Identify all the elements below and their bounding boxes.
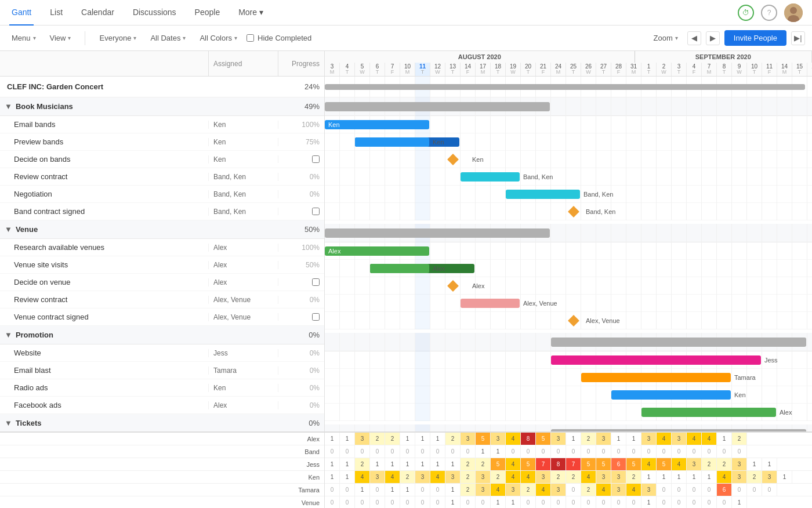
- task-checkbox-wrap: [278, 313, 324, 321]
- gantt-col-32: [807, 386, 812, 404]
- gantt-col-17: [581, 116, 596, 133]
- gantt-col-1: [340, 133, 355, 151]
- section-label: ▼ Book Musicians: [0, 102, 208, 111]
- gantt-col-30: [777, 168, 792, 186]
- help-icon[interactable]: ?: [761, 5, 777, 21]
- gantt-col-31: [792, 351, 807, 369]
- nav-tab-gantt[interactable]: Gantt: [9, 0, 34, 26]
- bar-label: Alex: [780, 409, 792, 416]
- gantt-col-11: [491, 404, 506, 421]
- wl-cell-5-7: 0: [430, 496, 445, 508]
- wl-cell-0-7: 1: [430, 433, 445, 445]
- gantt-col-9: [461, 351, 476, 369]
- wl-cell-0-19: 1: [611, 433, 626, 445]
- task-row-0-2: Decide on bands Ken: [0, 151, 324, 168]
- wl-cell-4-20: 4: [626, 484, 641, 496]
- nav-tab-list[interactable]: List: [48, 0, 65, 26]
- gantt-col-0: [325, 151, 340, 168]
- nav-tab-calendar[interactable]: Calendar: [79, 0, 117, 26]
- gantt-col-7: [430, 242, 445, 260]
- day-cell-24: 4F: [687, 63, 702, 76]
- gantt-col-12: [506, 424, 521, 431]
- zoom-button[interactable]: Zoom ▾: [649, 31, 683, 45]
- avatar[interactable]: [784, 3, 803, 22]
- invite-button[interactable]: Invite People: [724, 30, 786, 46]
- gantt-col-20: [626, 260, 641, 277]
- section-row-3[interactable]: ▼ Tickets 0%: [0, 414, 324, 431]
- wl-cell-2-15: 8: [551, 458, 566, 470]
- wl-cell-4-13: 2: [521, 484, 536, 496]
- scroll-left-button[interactable]: ◀: [687, 31, 701, 45]
- gantt-col-6: [415, 312, 430, 329]
- task-row-1-1: Venue site visits Alex 50%: [0, 256, 324, 274]
- all-dates-label: All Dates: [150, 34, 180, 42]
- day-cell-2: 5W: [355, 63, 370, 76]
- month-row: AUGUST 2020SEPTEMBER 2020: [325, 51, 812, 63]
- wl-cell-0-25: 4: [702, 433, 717, 445]
- section-row-1[interactable]: ▼ Venue 50%: [0, 220, 324, 239]
- gantt-col-2: [355, 151, 370, 168]
- gantt-col-19: [611, 404, 626, 421]
- gantt-col-11: [491, 424, 506, 431]
- gantt-col-0: [325, 133, 340, 151]
- gantt-col-8: [445, 186, 461, 203]
- toolbar: Menu ▾ View ▾ Everyone ▾ All Dates ▾ All…: [0, 26, 812, 51]
- view-button[interactable]: View ▾: [45, 31, 76, 45]
- wl-cell-3-12: 4: [506, 471, 521, 483]
- gantt-col-32: [807, 404, 812, 421]
- hide-completed-checkbox[interactable]: [246, 34, 254, 42]
- wl-cell-2-18: 5: [596, 458, 611, 470]
- gantt-col-7: [430, 333, 445, 351]
- task-progress: 0%: [278, 349, 324, 357]
- gantt-task-facebook-ads: Alex: [325, 404, 812, 421]
- gantt-col-26: [717, 203, 732, 220]
- wl-cell-3-25: 1: [702, 471, 717, 483]
- all-colors-button[interactable]: All Colors ▾: [195, 31, 242, 45]
- gantt-col-12: [506, 116, 521, 133]
- gantt-col-7: [430, 369, 445, 386]
- gantt-col-32: [807, 333, 812, 351]
- gantt-bar: [370, 264, 429, 273]
- nav-tab-discussions[interactable]: Discussions: [130, 0, 179, 26]
- nav-tab-people[interactable]: People: [193, 0, 223, 26]
- gantt-col-10: [476, 203, 491, 220]
- task-checkbox[interactable]: [312, 278, 320, 286]
- gantt-col-14: [536, 424, 551, 431]
- bar-label: Alex: [433, 265, 445, 272]
- gantt-col-24: [687, 203, 702, 220]
- wl-cell-2-5: 1: [400, 458, 415, 470]
- timer-icon[interactable]: ⏱: [738, 5, 754, 21]
- task-checkbox[interactable]: [312, 155, 320, 163]
- section-row-0[interactable]: ▼ Book Musicians 49%: [0, 97, 324, 116]
- everyone-button[interactable]: Everyone ▾: [95, 31, 141, 45]
- scroll-right-button[interactable]: ▶: [706, 31, 720, 45]
- gantt-col-19: [611, 168, 626, 186]
- wl-cell-3-19: 3: [611, 471, 626, 483]
- wl-cell-row-4: 001011001234324302434300006000: [325, 484, 812, 496]
- task-assigned: Alex: [208, 278, 278, 286]
- wl-cell-5-11: 1: [491, 496, 506, 508]
- task-checkbox[interactable]: [312, 208, 320, 215]
- wl-cell-1-13: 0: [521, 445, 536, 458]
- wl-cell-4-8: 1: [445, 484, 461, 496]
- milestone-diamond: [568, 315, 579, 326]
- wl-cell-3-20: 2: [626, 471, 641, 483]
- gantt-col-14: [536, 203, 551, 220]
- export-button[interactable]: ▶|: [791, 31, 805, 45]
- gantt-col-27: [732, 224, 747, 242]
- task-checkbox[interactable]: [312, 313, 320, 321]
- wl-cell-0-26: 1: [717, 433, 732, 445]
- hide-completed-label[interactable]: Hide Completed: [246, 34, 311, 42]
- gantt-col-25: [702, 295, 717, 312]
- gantt-section-promotion: [325, 333, 812, 351]
- gantt-col-29: [762, 369, 777, 386]
- gantt-col-26: [717, 116, 732, 133]
- gantt-col-13: [521, 369, 536, 386]
- menu-button[interactable]: Menu ▾: [7, 31, 41, 45]
- all-dates-button[interactable]: All Dates ▾: [146, 31, 190, 45]
- section-row-2[interactable]: ▼ Promotion 0%: [0, 326, 324, 344]
- nav-tab-more[interactable]: More ▾: [236, 0, 266, 26]
- section-name: Promotion: [16, 331, 53, 339]
- gantt-col-6: [415, 404, 430, 421]
- gantt-col-30: [777, 312, 792, 329]
